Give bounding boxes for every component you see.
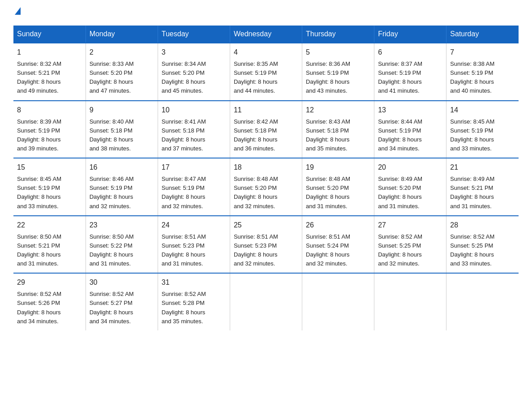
day-info: Sunrise: 8:44 AMSunset: 5:19 PMDaylight:… [378, 117, 442, 154]
day-number: 17 [162, 162, 226, 173]
day-number: 30 [90, 277, 154, 288]
day-number: 4 [234, 47, 298, 58]
weekday-header-wednesday: Wednesday [230, 26, 302, 43]
day-number: 13 [378, 105, 442, 116]
calendar-cell: 26 Sunrise: 8:51 AMSunset: 5:24 PMDaylig… [302, 216, 374, 274]
day-info: Sunrise: 8:36 AMSunset: 5:19 PMDaylight:… [306, 60, 370, 96]
calendar-cell: 16 Sunrise: 8:46 AMSunset: 5:19 PMDaylig… [86, 158, 158, 216]
calendar-cell: 15 Sunrise: 8:45 AMSunset: 5:19 PMDaylig… [13, 158, 86, 216]
day-info: Sunrise: 8:49 AMSunset: 5:20 PMDaylight:… [378, 175, 442, 211]
weekday-header-sunday: Sunday [13, 26, 86, 43]
day-number: 22 [17, 220, 82, 231]
weekday-header-tuesday: Tuesday [158, 26, 230, 43]
day-info: Sunrise: 8:37 AMSunset: 5:19 PMDaylight:… [378, 60, 442, 96]
calendar-cell: 25 Sunrise: 8:51 AMSunset: 5:23 PMDaylig… [230, 216, 302, 274]
day-number: 28 [450, 220, 515, 231]
day-number: 26 [306, 220, 370, 231]
day-info: Sunrise: 8:51 AMSunset: 5:23 PMDaylight:… [162, 232, 226, 269]
calendar-cell: 7 Sunrise: 8:38 AMSunset: 5:19 PMDayligh… [446, 43, 519, 101]
day-info: Sunrise: 8:43 AMSunset: 5:18 PMDaylight:… [306, 117, 370, 154]
calendar-week-row: 1 Sunrise: 8:32 AMSunset: 5:21 PMDayligh… [13, 43, 519, 101]
calendar-cell: 24 Sunrise: 8:51 AMSunset: 5:23 PMDaylig… [158, 216, 230, 274]
calendar-week-row: 15 Sunrise: 8:45 AMSunset: 5:19 PMDaylig… [13, 158, 519, 216]
day-number: 11 [234, 105, 298, 116]
day-info: Sunrise: 8:42 AMSunset: 5:18 PMDaylight:… [234, 117, 298, 154]
calendar-cell: 30 Sunrise: 8:52 AMSunset: 5:27 PMDaylig… [86, 273, 158, 330]
logo [13, 9, 21, 17]
day-number: 2 [90, 47, 154, 58]
calendar-cell: 2 Sunrise: 8:33 AMSunset: 5:20 PMDayligh… [86, 43, 158, 101]
day-number: 9 [90, 105, 154, 116]
day-number: 10 [162, 105, 226, 116]
calendar-cell: 1 Sunrise: 8:32 AMSunset: 5:21 PMDayligh… [13, 43, 86, 101]
day-number: 19 [306, 162, 370, 173]
calendar-cell: 17 Sunrise: 8:47 AMSunset: 5:19 PMDaylig… [158, 158, 230, 216]
calendar-cell: 19 Sunrise: 8:48 AMSunset: 5:20 PMDaylig… [302, 158, 374, 216]
calendar-cell: 6 Sunrise: 8:37 AMSunset: 5:19 PMDayligh… [374, 43, 446, 101]
calendar-cell: 20 Sunrise: 8:49 AMSunset: 5:20 PMDaylig… [374, 158, 446, 216]
day-info: Sunrise: 8:41 AMSunset: 5:18 PMDaylight:… [162, 117, 226, 154]
day-info: Sunrise: 8:48 AMSunset: 5:20 PMDaylight:… [306, 175, 370, 211]
day-info: Sunrise: 8:52 AMSunset: 5:25 PMDaylight:… [450, 232, 515, 269]
calendar-cell: 18 Sunrise: 8:48 AMSunset: 5:20 PMDaylig… [230, 158, 302, 216]
day-number: 31 [162, 277, 226, 288]
day-number: 5 [306, 47, 370, 58]
weekday-header-friday: Friday [374, 26, 446, 43]
day-number: 15 [17, 162, 82, 173]
calendar-cell: 10 Sunrise: 8:41 AMSunset: 5:18 PMDaylig… [158, 101, 230, 158]
day-number: 24 [162, 220, 226, 231]
calendar-week-row: 22 Sunrise: 8:50 AMSunset: 5:21 PMDaylig… [13, 216, 519, 274]
day-number: 29 [17, 277, 82, 288]
day-number: 23 [90, 220, 154, 231]
day-info: Sunrise: 8:52 AMSunset: 5:26 PMDaylight:… [17, 290, 82, 326]
day-info: Sunrise: 8:52 AMSunset: 5:25 PMDaylight:… [378, 232, 442, 269]
calendar-cell: 3 Sunrise: 8:34 AMSunset: 5:20 PMDayligh… [158, 43, 230, 101]
day-info: Sunrise: 8:50 AMSunset: 5:22 PMDaylight:… [90, 232, 154, 269]
day-info: Sunrise: 8:39 AMSunset: 5:19 PMDaylight:… [17, 117, 82, 154]
day-info: Sunrise: 8:45 AMSunset: 5:19 PMDaylight:… [450, 117, 515, 154]
day-info: Sunrise: 8:48 AMSunset: 5:20 PMDaylight:… [234, 175, 298, 211]
day-number: 21 [450, 162, 515, 173]
calendar-cell: 29 Sunrise: 8:52 AMSunset: 5:26 PMDaylig… [13, 273, 86, 330]
day-number: 3 [162, 47, 226, 58]
calendar-cell: 31 Sunrise: 8:52 AMSunset: 5:28 PMDaylig… [158, 273, 230, 330]
day-number: 27 [378, 220, 442, 231]
day-info: Sunrise: 8:51 AMSunset: 5:24 PMDaylight:… [306, 232, 370, 269]
calendar-cell: 23 Sunrise: 8:50 AMSunset: 5:22 PMDaylig… [86, 216, 158, 274]
calendar-cell: 11 Sunrise: 8:42 AMSunset: 5:18 PMDaylig… [230, 101, 302, 158]
day-info: Sunrise: 8:52 AMSunset: 5:27 PMDaylight:… [90, 290, 154, 326]
day-info: Sunrise: 8:34 AMSunset: 5:20 PMDaylight:… [162, 60, 226, 96]
day-info: Sunrise: 8:52 AMSunset: 5:28 PMDaylight:… [162, 290, 226, 326]
day-info: Sunrise: 8:51 AMSunset: 5:23 PMDaylight:… [234, 232, 298, 269]
calendar-cell: 8 Sunrise: 8:39 AMSunset: 5:19 PMDayligh… [13, 101, 86, 158]
day-info: Sunrise: 8:35 AMSunset: 5:19 PMDaylight:… [234, 60, 298, 96]
calendar-cell: 14 Sunrise: 8:45 AMSunset: 5:19 PMDaylig… [446, 101, 519, 158]
day-number: 25 [234, 220, 298, 231]
day-number: 14 [450, 105, 515, 116]
day-info: Sunrise: 8:32 AMSunset: 5:21 PMDaylight:… [17, 60, 82, 96]
day-number: 6 [378, 47, 442, 58]
calendar-table: SundayMondayTuesdayWednesdayThursdayFrid… [13, 26, 519, 330]
calendar-cell: 5 Sunrise: 8:36 AMSunset: 5:19 PMDayligh… [302, 43, 374, 101]
logo-triangle-icon [15, 7, 21, 15]
calendar-cell: 22 Sunrise: 8:50 AMSunset: 5:21 PMDaylig… [13, 216, 86, 274]
calendar-header-row: SundayMondayTuesdayWednesdayThursdayFrid… [13, 26, 519, 43]
calendar-cell [302, 273, 374, 330]
day-info: Sunrise: 8:33 AMSunset: 5:20 PMDaylight:… [90, 60, 154, 96]
day-number: 1 [17, 47, 82, 58]
calendar-cell: 28 Sunrise: 8:52 AMSunset: 5:25 PMDaylig… [446, 216, 519, 274]
day-info: Sunrise: 8:49 AMSunset: 5:21 PMDaylight:… [450, 175, 515, 211]
day-info: Sunrise: 8:50 AMSunset: 5:21 PMDaylight:… [17, 232, 82, 269]
calendar-cell [374, 273, 446, 330]
calendar-cell: 21 Sunrise: 8:49 AMSunset: 5:21 PMDaylig… [446, 158, 519, 216]
calendar-cell: 4 Sunrise: 8:35 AMSunset: 5:19 PMDayligh… [230, 43, 302, 101]
day-number: 12 [306, 105, 370, 116]
day-number: 20 [378, 162, 442, 173]
day-info: Sunrise: 8:46 AMSunset: 5:19 PMDaylight:… [90, 175, 154, 211]
day-info: Sunrise: 8:40 AMSunset: 5:18 PMDaylight:… [90, 117, 154, 154]
day-info: Sunrise: 8:45 AMSunset: 5:19 PMDaylight:… [17, 175, 82, 211]
day-number: 16 [90, 162, 154, 173]
calendar-cell: 27 Sunrise: 8:52 AMSunset: 5:25 PMDaylig… [374, 216, 446, 274]
day-number: 8 [17, 105, 82, 116]
day-number: 18 [234, 162, 298, 173]
